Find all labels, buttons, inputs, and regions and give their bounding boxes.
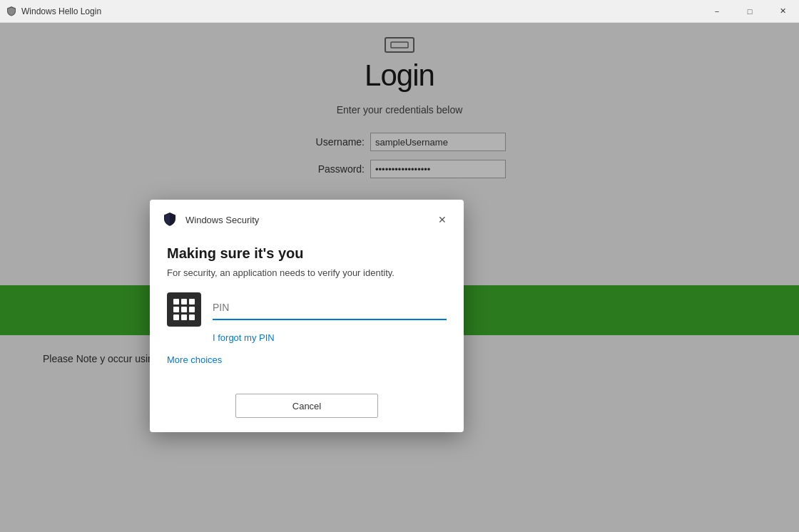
- maximize-button[interactable]: □: [733, 0, 766, 23]
- dialog-description: For security, an application needs to ve…: [167, 267, 447, 278]
- title-bar-left: Windows Hello Login: [6, 6, 101, 17]
- minimize-button[interactable]: −: [701, 0, 733, 23]
- app-title-text: Windows Hello Login: [21, 6, 101, 16]
- app-content: Login Enter your credentials below Usern…: [0, 23, 799, 532]
- dialog-footer: Cancel: [150, 394, 464, 432]
- keypad-dot: [189, 299, 195, 305]
- dialog-main-title: Making sure it's you: [167, 245, 447, 262]
- dialog-close-button[interactable]: ✕: [432, 210, 452, 230]
- app-title-icon: [6, 6, 17, 17]
- keypad-dot: [173, 314, 179, 320]
- close-button[interactable]: ✕: [766, 0, 799, 23]
- dialog-header-left: Windows Security: [161, 211, 259, 228]
- dialog-body: Making sure it's you For security, an ap…: [150, 237, 464, 394]
- dialog-header: Windows Security ✕: [150, 200, 464, 237]
- keypad-dot: [173, 307, 179, 312]
- keypad-dot: [181, 307, 187, 312]
- title-bar: Windows Hello Login − □ ✕: [0, 0, 799, 23]
- more-choices-link[interactable]: More choices: [167, 354, 447, 365]
- keypad-dots: [173, 299, 195, 320]
- windows-shield-icon: [161, 211, 178, 228]
- windows-security-dialog: Windows Security ✕ Making sure it's you …: [150, 200, 464, 432]
- dialog-header-title: Windows Security: [185, 215, 259, 225]
- keypad-icon: [167, 292, 201, 327]
- keypad-dot: [181, 314, 187, 320]
- keypad-dot: [173, 299, 179, 305]
- pin-input-wrap: [213, 299, 447, 320]
- forgot-pin-link[interactable]: I forgot my PIN: [213, 332, 447, 343]
- pin-input[interactable]: [213, 299, 447, 316]
- window-controls: − □ ✕: [701, 0, 799, 23]
- keypad-dot: [189, 314, 195, 320]
- dialog-input-row: [167, 292, 447, 327]
- keypad-dot: [189, 307, 195, 312]
- keypad-dot: [181, 299, 187, 305]
- cancel-button[interactable]: Cancel: [235, 394, 378, 418]
